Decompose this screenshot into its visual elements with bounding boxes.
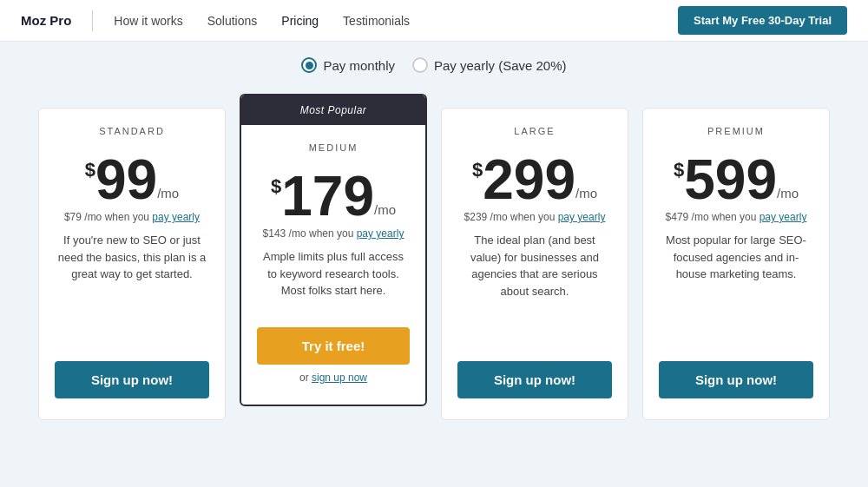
nav-cta-button[interactable]: Start My Free 30-Day Trial (678, 6, 847, 35)
plan-description-medium: Ample limits plus full access to keyword… (241, 248, 425, 310)
plan-name-medium: Medium (309, 142, 358, 153)
billing-yearly-label: Pay yearly (Save 20%) (434, 58, 567, 73)
price-amount-medium: 179 (281, 168, 374, 224)
card-footer-large: Sign up now! (442, 361, 628, 398)
card-footer-standard: Sign up now! (39, 361, 225, 398)
yearly-price-standard: $79 /mo when you pay yearly (64, 211, 200, 223)
plan-description-standard: If you're new to SEO or just need the ba… (39, 232, 225, 344)
billing-monthly-label: Pay monthly (323, 58, 395, 73)
yearly-link-large[interactable]: pay yearly (558, 211, 606, 223)
or-signup-medium: or sign up now (299, 372, 367, 384)
price-amount-standard: 99 (95, 152, 157, 207)
nav-brand: Moz Pro (21, 13, 71, 28)
plan-description-premium: Most popular for large SEO-focused agenc… (643, 232, 829, 344)
try-free-button-medium[interactable]: Try it free! (257, 327, 410, 365)
price-dollar-premium: $ (674, 161, 684, 180)
monthly-radio[interactable] (301, 57, 317, 73)
most-popular-badge: Most Popular (241, 95, 425, 125)
pricing-card-medium: Most Popular Medium $ 179 /mo $143 /mo w… (240, 94, 427, 406)
nav-link-solutions[interactable]: Solutions (207, 14, 258, 28)
price-dollar-medium: $ (271, 177, 281, 196)
card-footer-medium: Try it free! or sign up now (241, 327, 425, 384)
signup-button-premium[interactable]: Sign up now! (659, 361, 813, 398)
billing-monthly-option[interactable]: Pay monthly (301, 57, 395, 73)
price-amount-premium: 599 (684, 152, 777, 207)
yearly-link-standard[interactable]: pay yearly (152, 211, 200, 223)
card-footer-premium: Sign up now! (643, 361, 829, 398)
price-dollar-large: $ (472, 161, 483, 180)
yearly-radio[interactable] (412, 57, 428, 73)
price-container-large: $ 299 /mo (472, 152, 597, 207)
yearly-price-medium: $143 /mo when you pay yearly (263, 227, 404, 240)
price-dollar-standard: $ (85, 161, 95, 180)
price-mo-premium: /mo (777, 186, 799, 201)
pricing-card-large: Large $ 299 /mo $239 /mo when you pay ye… (441, 108, 628, 420)
price-mo-large: /mo (575, 186, 597, 201)
signup-button-large[interactable]: Sign up now! (457, 361, 612, 398)
yearly-price-large: $239 /mo when you pay yearly (464, 211, 606, 223)
plan-description-large: The ideal plan (and best value) for busi… (442, 232, 628, 344)
price-amount-large: 299 (483, 152, 575, 207)
nav-link-testimonials[interactable]: Testimonials (343, 14, 410, 28)
nav-links: How it works Solutions Pricing Testimoni… (114, 14, 678, 28)
pricing-section: Standard $ 99 /mo $79 /mo when you pay y… (0, 82, 868, 420)
billing-yearly-option[interactable]: Pay yearly (Save 20%) (412, 57, 567, 73)
price-mo-standard: /mo (157, 186, 179, 201)
price-container-standard: $ 99 /mo (85, 152, 179, 207)
yearly-link-premium[interactable]: pay yearly (760, 211, 807, 223)
plan-name-large: Large (514, 126, 555, 136)
price-mo-medium: /mo (374, 202, 396, 217)
nav-link-pricing[interactable]: Pricing (281, 14, 319, 28)
price-container-medium: $ 179 /mo (271, 168, 396, 224)
nav-divider (92, 10, 93, 31)
yearly-link-medium[interactable]: pay yearly (357, 227, 404, 240)
pricing-card-standard: Standard $ 99 /mo $79 /mo when you pay y… (38, 108, 226, 420)
plan-name-standard: Standard (99, 126, 165, 136)
or-signup-link-medium[interactable]: sign up now (312, 372, 367, 384)
navbar: Moz Pro How it works Solutions Pricing T… (0, 0, 868, 42)
price-container-premium: $ 599 /mo (674, 152, 799, 207)
yearly-price-premium: $479 /mo when you pay yearly (666, 211, 807, 223)
signup-button-standard[interactable]: Sign up now! (55, 361, 209, 398)
nav-link-how-it-works[interactable]: How it works (114, 14, 182, 28)
plan-name-premium: Premium (707, 126, 765, 136)
monthly-radio-inner (306, 62, 313, 69)
nav-arrow-icon (427, 42, 441, 49)
pricing-card-premium: Premium $ 599 /mo $479 /mo when you pay … (642, 108, 830, 420)
